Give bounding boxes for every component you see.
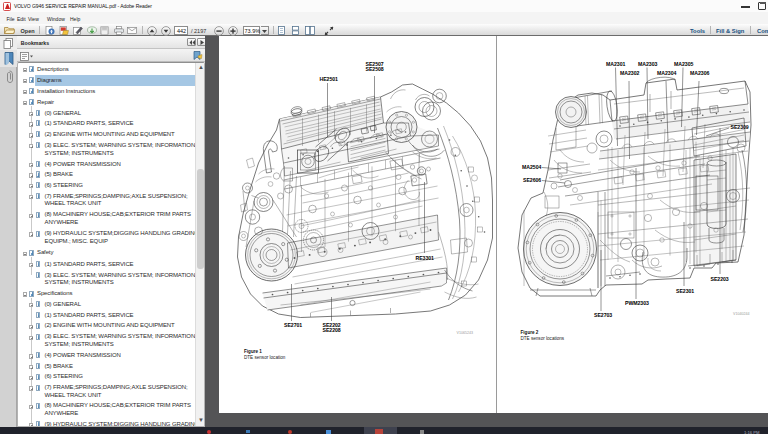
- svg-text:PWM2303: PWM2303: [625, 300, 649, 306]
- svg-text:RE3301: RE3301: [415, 255, 434, 261]
- svg-text:SE2606: SE2606: [523, 177, 541, 183]
- svg-text:MA2302: MA2302: [620, 70, 639, 76]
- svg-text:SE2508: SE2508: [365, 66, 383, 72]
- svg-text:V1065243: V1065243: [456, 331, 472, 335]
- svg-text:MA2304: MA2304: [657, 70, 676, 76]
- svg-text:SE2701: SE2701: [284, 322, 302, 328]
- svg-text:DTE sensor location: DTE sensor location: [244, 355, 286, 360]
- svg-text:Figure 1: Figure 1: [244, 349, 262, 354]
- svg-text:SE2301: SE2301: [676, 288, 694, 294]
- svg-text:SE2309: SE2309: [731, 124, 749, 130]
- svg-text:SE2203: SE2203: [711, 276, 729, 282]
- svg-text:MA2504: MA2504: [522, 164, 541, 170]
- svg-text:DTE sensor locations: DTE sensor locations: [521, 336, 565, 341]
- svg-text:MA2306: MA2306: [690, 70, 709, 76]
- svg-text:MA2301: MA2301: [606, 61, 625, 67]
- svg-text:Figure 2: Figure 2: [521, 330, 539, 335]
- svg-text:HE2501: HE2501: [319, 76, 338, 82]
- svg-text:MA2305: MA2305: [674, 61, 693, 67]
- svg-text:MA2303: MA2303: [638, 61, 657, 67]
- svg-text:SE2208: SE2208: [322, 327, 340, 333]
- svg-text:SE2703: SE2703: [594, 312, 612, 318]
- svg-text:V1040244: V1040244: [733, 312, 749, 316]
